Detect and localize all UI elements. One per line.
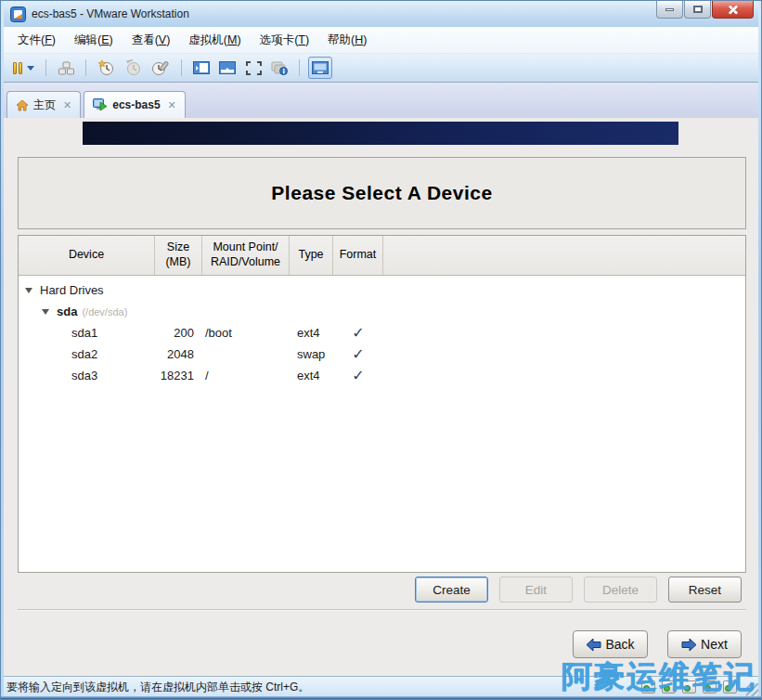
installer-title-box: Please Select A Device — [18, 157, 746, 229]
snapshot-manager-icon — [151, 59, 170, 76]
close-icon — [728, 4, 739, 15]
power-dropdown-arrow-icon — [27, 66, 34, 71]
menu-view[interactable]: 查看(V) — [123, 29, 180, 52]
show-thumbnail-bar-button[interactable] — [216, 57, 239, 79]
edit-button[interactable]: Edit — [499, 577, 573, 603]
back-label: Back — [605, 637, 634, 652]
revert-snapshot-button[interactable] — [122, 57, 145, 79]
partition-actions: Create Edit Delete Reset — [18, 577, 746, 603]
create-button[interactable]: Create — [415, 577, 488, 603]
table-row-sda3[interactable]: sda3 18231 / ext4 ✓ — [19, 365, 745, 386]
tab-ecs-bas5[interactable]: ecs-bas5 ✕ — [84, 91, 186, 118]
table-row-sda1[interactable]: sda1 200 /boot ext4 ✓ — [19, 322, 745, 344]
console-view-icon — [312, 61, 329, 74]
next-arrow-icon — [681, 638, 697, 652]
mount-point-value: / — [202, 369, 290, 382]
header-device[interactable]: Device — [19, 236, 155, 275]
snapshot-manager-button[interactable] — [149, 57, 173, 79]
tab-close-icon[interactable]: ✕ — [168, 99, 176, 111]
installer-banner — [83, 122, 678, 145]
tab-close-icon[interactable]: ✕ — [63, 99, 71, 111]
show-thumbnail-bar-icon — [219, 61, 236, 74]
expander-icon[interactable] — [42, 309, 49, 315]
show-library-icon — [193, 61, 210, 74]
size-value: 18231 — [155, 369, 202, 382]
menu-vm[interactable]: 虚拟机(M) — [179, 29, 250, 52]
device-group-label: Hard Drives — [40, 283, 104, 297]
header-mount-point[interactable]: Mount Point/ RAID/Volume — [202, 236, 290, 275]
reset-button[interactable]: Reset — [668, 577, 742, 603]
console-view-button[interactable] — [308, 57, 332, 79]
device-name: sda3 — [71, 369, 97, 382]
type-value: ext4 — [290, 369, 333, 382]
toolbar-separator — [45, 59, 46, 76]
expander-icon[interactable] — [25, 288, 32, 293]
device-path: (/dev/sda) — [82, 306, 127, 318]
table-row-sda[interactable]: sda (/dev/sda) — [19, 301, 745, 322]
fullscreen-icon — [246, 61, 262, 75]
device-table: Device Size (MB) Mount Point/ RAID/Volum… — [18, 235, 746, 573]
status-message: 要将输入定向到该虚拟机，请在虚拟机内部单击或按 Ctrl+G。 — [6, 680, 309, 695]
ctrl-alt-del-button[interactable] — [55, 57, 77, 79]
maximize-icon — [693, 6, 703, 13]
window-frame-left — [1, 1, 4, 699]
power-button[interactable] — [10, 57, 37, 79]
home-icon — [16, 99, 29, 111]
tab-label: 主页 — [33, 97, 56, 113]
menu-tabs[interactable]: 选项卡(T) — [251, 29, 318, 52]
ctrl-alt-del-icon — [58, 61, 74, 75]
format-check-icon: ✓ — [333, 367, 383, 384]
device-name: sda2 — [71, 347, 97, 361]
table-row-sda2[interactable]: sda2 2048 swap ✓ — [19, 344, 745, 365]
mount-point-value: /boot — [202, 326, 290, 340]
fullscreen-button[interactable] — [242, 57, 265, 79]
toolbar-separator — [181, 59, 182, 76]
take-snapshot-icon — [97, 59, 115, 76]
wizard-nav: Back Next — [18, 630, 746, 658]
tab-bar: 主页 ✕ ecs-bas5 ✕ — [1, 83, 761, 118]
minimize-icon — [665, 8, 674, 11]
type-value: ext4 — [290, 326, 333, 340]
window-controls — [656, 1, 754, 19]
toolbar-separator — [299, 59, 300, 76]
toolbar-separator — [85, 59, 86, 76]
next-label: Next — [701, 637, 728, 652]
window-title: ecs-bas5 - VMware Workstation — [32, 7, 756, 20]
title-bar[interactable]: ecs-bas5 - VMware Workstation — [1, 1, 761, 27]
header-format[interactable]: Format — [333, 236, 383, 275]
back-button[interactable]: Back — [573, 630, 648, 658]
revert-snapshot-icon — [124, 59, 142, 76]
delete-button[interactable]: Delete — [584, 577, 657, 603]
minimize-button[interactable] — [656, 1, 683, 19]
device-name: sda1 — [71, 326, 97, 340]
maximize-button[interactable] — [684, 1, 711, 19]
show-library-button[interactable] — [190, 57, 213, 79]
menu-bar: 文件(F) 编辑(E) 查看(V) 虚拟机(M) 选项卡(T) 帮助(H) — [1, 27, 761, 54]
format-check-icon: ✓ — [333, 345, 383, 363]
divider — [18, 609, 746, 610]
close-button[interactable] — [712, 1, 754, 19]
vm-screen-icon — [93, 98, 108, 111]
toolbar — [1, 54, 761, 83]
size-value: 200 — [155, 326, 202, 340]
unity-icon — [271, 61, 288, 75]
next-button[interactable]: Next — [667, 630, 742, 658]
installer-title: Please Select A Device — [271, 182, 492, 204]
vm-console[interactable]: Please Select A Device Device Size (MB) … — [1, 118, 761, 676]
menu-help[interactable]: 帮助(H) — [318, 29, 376, 52]
table-row-hard-drives[interactable]: Hard Drives — [19, 279, 745, 301]
vmware-window: ecs-bas5 - VMware Workstation 文件(F) 编辑(E… — [0, 0, 762, 700]
vmware-app-icon — [10, 6, 26, 22]
power-icon — [13, 62, 22, 74]
tab-home[interactable]: 主页 ✕ — [6, 91, 81, 118]
unity-button[interactable] — [268, 57, 291, 79]
menu-file[interactable]: 文件(F) — [8, 29, 65, 52]
watermark-text: 阿豪运维笔记 — [562, 656, 756, 698]
tab-label: ecs-bas5 — [112, 98, 160, 111]
header-type[interactable]: Type — [290, 236, 333, 275]
format-check-icon: ✓ — [333, 324, 383, 342]
take-snapshot-button[interactable] — [95, 57, 118, 79]
menu-edit[interactable]: 编辑(E) — [65, 29, 123, 52]
header-size[interactable]: Size (MB) — [155, 236, 202, 275]
header-filler — [383, 236, 745, 275]
